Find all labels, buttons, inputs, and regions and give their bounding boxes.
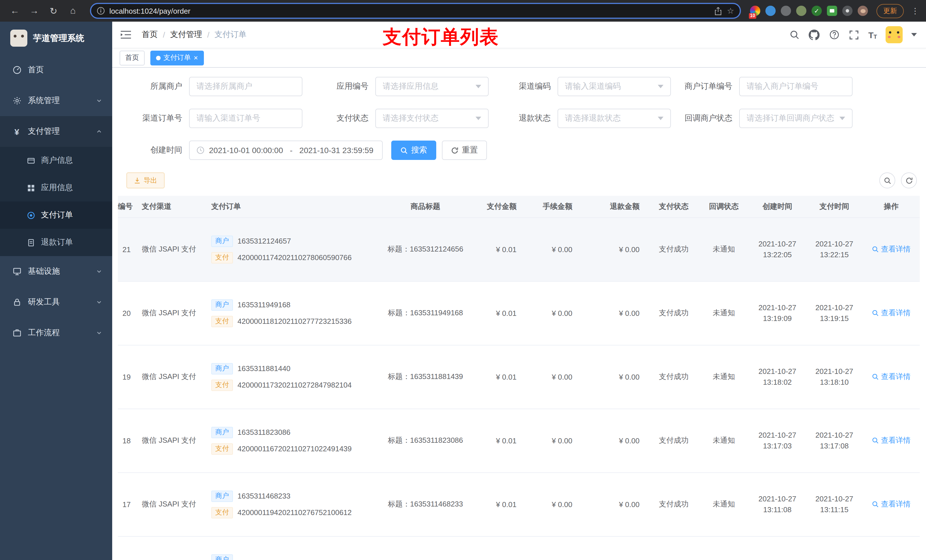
notify-status-select[interactable]: 请选择订单回调商户状态: [739, 109, 853, 128]
extension-icon[interactable]: 10: [750, 6, 760, 16]
pay-channel-cell: 微信 JSAPI 支付: [137, 472, 207, 536]
app-logo[interactable]: 芋道管理系统: [0, 22, 112, 54]
fee-amount-cell: ¥ 0.00: [526, 281, 581, 345]
placeholder-text: 请选择退款状态: [565, 113, 654, 124]
reset-button[interactable]: 重置: [442, 140, 487, 160]
notify-status-cell: 未通知: [699, 217, 749, 281]
sidebar-item-app-info[interactable]: 应用信息: [0, 174, 112, 201]
tab-pay-order[interactable]: 支付订单 ×: [150, 50, 204, 65]
page-content: 所属商户 请选择所属商户 应用编号 请选择应用信息 渠道编码 请输入渠道编码: [112, 68, 926, 560]
refund-amount-cell: ¥ 0.00: [581, 409, 649, 472]
github-icon[interactable]: [808, 29, 820, 41]
view-detail-link[interactable]: 查看详情: [872, 435, 911, 445]
sidebar-item-pay-order[interactable]: 支付订单: [0, 201, 112, 229]
pay-tag: 支付: [211, 315, 233, 327]
share-icon[interactable]: [714, 6, 722, 15]
search-button[interactable]: 搜索: [391, 140, 436, 160]
refund-doc-icon: [27, 238, 35, 247]
lock-icon: [12, 297, 22, 307]
sidebar-item-dev-tools[interactable]: 研发工具: [0, 287, 112, 318]
created-time-cell: 2021-10-2713:19:09: [749, 281, 806, 345]
sidebar-item-infrastructure[interactable]: 基础设施: [0, 256, 112, 287]
view-detail-link[interactable]: 查看详情: [872, 371, 911, 382]
address-bar[interactable]: localhost:1024/pay/order ☆: [90, 3, 741, 19]
pay-channel-cell: [137, 536, 207, 560]
pay-channel-cell: 微信 JSAPI 支付: [137, 345, 207, 409]
pay-status-cell: 支付成功: [649, 217, 699, 281]
fullscreen-icon[interactable]: [848, 29, 859, 41]
download-icon: [134, 177, 141, 184]
extension-icon[interactable]: [827, 6, 837, 16]
merchant-order-no-input[interactable]: 请输入商户订单编号: [739, 77, 853, 96]
breadcrumb-home[interactable]: 首页: [142, 30, 158, 40]
sidebar-item-label: 支付订单: [41, 210, 73, 220]
pay-status-cell: 支付成功: [649, 472, 699, 536]
sidebar-collapse-icon[interactable]: [120, 29, 133, 41]
channel-pay-no: 4200001167202110271022491439: [238, 444, 352, 453]
browser-update-button[interactable]: 更新: [876, 4, 904, 18]
placeholder-text: 请输入渠道订单号: [197, 113, 295, 124]
export-button[interactable]: 导出: [126, 172, 165, 189]
site-info-icon[interactable]: [97, 7, 105, 15]
browser-menu-icon[interactable]: ⋮: [911, 6, 919, 15]
order-id-cell: 18: [118, 409, 137, 472]
app-select[interactable]: 请选择应用信息: [375, 77, 489, 96]
back-icon[interactable]: ←: [7, 3, 23, 19]
product-title-cell: 标题：1635311949168: [378, 281, 473, 345]
user-menu-caret-icon[interactable]: [911, 33, 917, 36]
font-size-icon[interactable]: TT: [868, 30, 877, 39]
extension-icon[interactable]: [796, 6, 806, 16]
sidebar-item-label: 系统管理: [28, 96, 96, 106]
search-icon[interactable]: [788, 29, 800, 41]
refund-amount-cell: [581, 536, 649, 560]
pay-time-cell: 2021-10-2713:11:15: [806, 472, 863, 536]
sidebar-item-label: 商户信息: [41, 155, 73, 166]
extension-icon[interactable]: ✓: [811, 6, 822, 16]
view-detail-link[interactable]: 查看详情: [872, 244, 911, 254]
search-icon: [400, 146, 408, 154]
refund-status-select[interactable]: 请选择退款状态: [558, 109, 671, 128]
extension-icon[interactable]: [766, 6, 776, 16]
home-icon[interactable]: ⌂: [65, 3, 81, 19]
pay-status-select[interactable]: 请选择支付状态: [375, 109, 489, 128]
tab-label: 首页: [125, 53, 139, 63]
refresh-table-icon[interactable]: [901, 172, 917, 189]
column-header: 创建时间: [749, 196, 806, 217]
search-toggle-icon[interactable]: [879, 172, 895, 189]
sidebar-item-home[interactable]: 首页: [0, 54, 112, 85]
logo-image: [10, 30, 27, 47]
user-avatar[interactable]: [885, 26, 903, 43]
screen: ← → ↻ ⌂ localhost:1024/pay/order ☆ 10 ✓: [0, 0, 926, 560]
sidebar-item-system[interactable]: 系统管理: [0, 85, 112, 116]
profile-avatar[interactable]: [858, 6, 868, 16]
sidebar-item-merchant-info[interactable]: 商户信息: [0, 147, 112, 174]
chevron-down-icon: [96, 98, 102, 104]
extensions-pin-icon[interactable]: [842, 6, 853, 16]
pay-order-cell: 商户 1635311823086 支付 42000011672021102710…: [207, 409, 378, 472]
bookmark-star-icon[interactable]: ☆: [727, 6, 734, 15]
refresh-icon: [451, 146, 458, 154]
pay-tag: 支付: [211, 379, 233, 391]
close-icon[interactable]: ×: [194, 54, 198, 62]
notify-status-cell: 未通知: [699, 472, 749, 536]
pay-status-cell: 支付成功: [649, 281, 699, 345]
breadcrumb-payment[interactable]: 支付管理: [170, 30, 202, 40]
forward-icon[interactable]: →: [26, 3, 42, 19]
create-time-range-picker[interactable]: 2021-10-01 00:00:00 - 2021-10-31 23:59:5…: [189, 140, 383, 160]
channel-order-no-input[interactable]: 请输入渠道订单号: [189, 109, 303, 128]
help-icon[interactable]: [828, 29, 840, 41]
extension-icon[interactable]: [781, 6, 791, 16]
channel-code-select[interactable]: 请输入渠道编码: [558, 77, 671, 96]
view-detail-link[interactable]: 查看详情: [872, 499, 911, 509]
refresh-icon[interactable]: ↻: [45, 3, 62, 19]
column-header: 支付渠道: [137, 196, 207, 217]
tab-home[interactable]: 首页: [120, 50, 145, 65]
sidebar-item-refund-order[interactable]: 退款订单: [0, 229, 112, 256]
pay-time-cell: 2021-10-2713:18:10: [806, 345, 863, 409]
view-detail-link[interactable]: 查看详情: [872, 308, 911, 318]
sidebar-item-workflow[interactable]: 工作流程: [0, 318, 112, 348]
pay-amount-cell: ¥ 0.01: [473, 281, 526, 345]
merchant-select[interactable]: 请选择所属商户: [189, 77, 303, 96]
sidebar-item-payment[interactable]: ¥ 支付管理: [0, 116, 112, 147]
column-header: 回调状态: [699, 196, 749, 217]
